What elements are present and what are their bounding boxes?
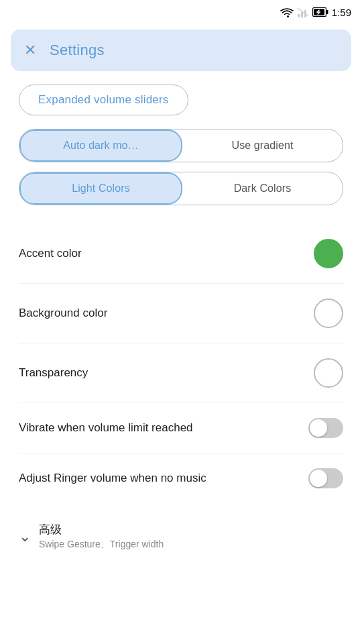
settings-content: Expanded volume sliders Auto dark mo… Us… xyxy=(0,71,362,571)
chevron-down-icon[interactable]: ⌄ xyxy=(19,528,31,545)
transparency-swatch[interactable] xyxy=(314,358,343,388)
settings-list: Accent color Background color Transparen… xyxy=(19,224,343,503)
svg-rect-0 xyxy=(298,14,300,17)
background-color-label: Background color xyxy=(19,306,247,321)
wifi-icon xyxy=(280,7,294,17)
signal-icon xyxy=(297,7,309,17)
expanded-volume-button[interactable]: Expanded volume sliders xyxy=(19,85,188,115)
toggle-group-colors: Light Colors Dark Colors xyxy=(19,172,343,205)
adjust-ringer-toggle-knob xyxy=(310,470,327,487)
adjust-ringer-row: Adjust Ringer volume when no music xyxy=(19,453,343,503)
svg-rect-5 xyxy=(326,10,328,14)
close-button[interactable]: ✕ xyxy=(24,43,36,58)
accent-color-label: Accent color xyxy=(19,246,247,262)
transparency-row: Transparency xyxy=(19,343,343,403)
adjust-ringer-label: Adjust Ringer volume when no music xyxy=(19,471,247,486)
advanced-text: 高级 Swipe Gesture、Trigger width xyxy=(39,522,164,551)
transparency-label: Transparency xyxy=(19,366,247,381)
advanced-title: 高级 xyxy=(39,522,164,537)
vibrate-row: Vibrate when volume limit reached xyxy=(19,403,343,453)
settings-header: ✕ Settings xyxy=(11,30,351,71)
accent-color-swatch[interactable] xyxy=(314,239,343,268)
battery-icon xyxy=(312,7,328,17)
dark-colors-button[interactable]: Dark Colors xyxy=(182,172,343,205)
vibrate-toggle[interactable] xyxy=(308,418,343,438)
advanced-subtitle: Swipe Gesture、Trigger width xyxy=(39,539,164,551)
auto-dark-mode-button[interactable]: Auto dark mo… xyxy=(19,129,182,162)
accent-color-row: Accent color xyxy=(19,224,343,284)
use-gradient-button[interactable]: Use gradient xyxy=(182,129,343,162)
toggle-group-dark-mode: Auto dark mo… Use gradient xyxy=(19,129,343,162)
status-time: 1:59 xyxy=(332,7,351,18)
status-icons: 1:59 xyxy=(280,7,351,18)
background-color-swatch[interactable] xyxy=(314,299,343,328)
light-colors-button[interactable]: Light Colors xyxy=(19,172,182,205)
vibrate-label: Vibrate when volume limit reached xyxy=(19,421,247,436)
svg-rect-1 xyxy=(301,12,303,17)
status-bar: 1:59 xyxy=(0,0,362,24)
adjust-ringer-toggle[interactable] xyxy=(308,468,343,488)
background-color-row: Background color xyxy=(19,284,343,343)
vibrate-toggle-knob xyxy=(310,419,327,437)
header-title: Settings xyxy=(50,42,105,59)
advanced-row: ⌄ 高级 Swipe Gesture、Trigger width xyxy=(19,510,343,557)
